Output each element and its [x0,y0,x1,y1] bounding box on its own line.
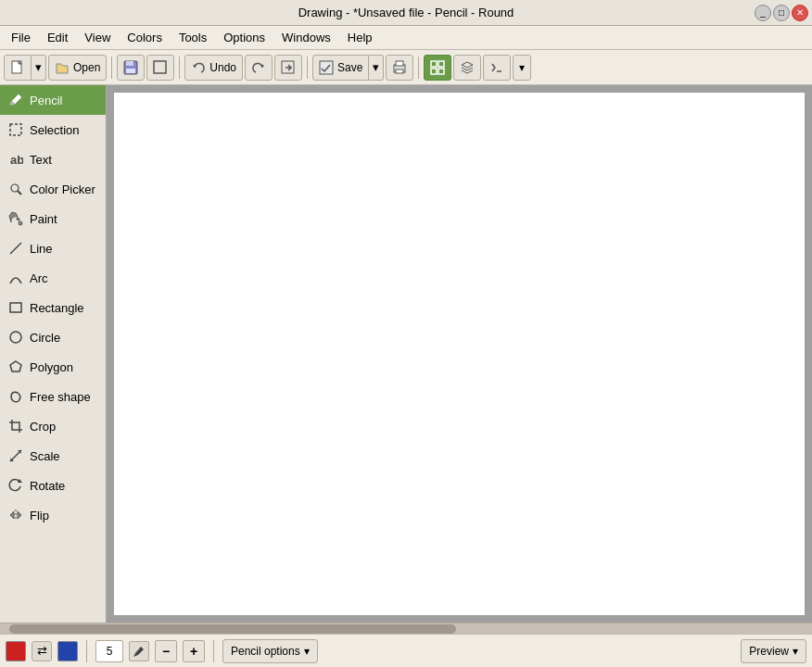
minimize-button[interactable]: _ [755,5,771,21]
svg-marker-6 [260,65,264,68]
redo-icon [251,60,266,75]
sidebar-item-rectangle[interactable]: Rectangle [0,293,106,322]
layers-button[interactable] [453,55,481,81]
new-dropdown[interactable]: ▾ [32,55,46,81]
grid-button[interactable] [424,55,451,81]
sidebar-item-scale[interactable]: Scale [0,441,106,471]
svg-point-20 [19,221,22,225]
save-button[interactable]: Save [312,55,369,81]
sidebar-item-circle[interactable]: Circle [0,322,106,352]
pen-type-icon[interactable] [129,641,149,661]
menu-colors[interactable]: Colors [120,29,170,46]
swap-colors-button[interactable]: ⇄ [32,641,52,661]
menu-help[interactable]: Help [340,29,380,46]
status-separator-1 [86,640,87,662]
new-button[interactable] [4,55,32,81]
sidebar: Pencil Selection ab Text [0,85,107,623]
svg-marker-24 [10,361,21,371]
window-controls: _ □ ✕ [755,5,808,21]
canvas-container[interactable] [107,85,812,623]
flip-icon [7,507,24,523]
status-bar: ⇄ − + Pencil options ▾ Preview ▾ [0,634,812,667]
title-bar: Drawing - *Unsaved file - Pencil - Round… [0,0,812,26]
secondary-color-swatch[interactable] [57,641,78,661]
sidebar-item-flip[interactable]: Flip [0,500,106,530]
sidebar-item-rotate[interactable]: Rotate [0,471,106,500]
svg-rect-2 [126,61,133,66]
svg-rect-8 [320,61,333,74]
script-icon [489,60,504,75]
svg-point-18 [11,184,19,192]
sidebar-item-color-picker[interactable]: Color Picker [0,174,106,204]
maximize-button[interactable]: □ [773,5,790,21]
svg-line-19 [18,191,21,195]
preview-dropdown-icon: ▾ [793,645,798,658]
horizontal-scrollbar[interactable] [0,623,812,634]
primary-color-swatch[interactable] [6,641,26,661]
close-button[interactable]: ✕ [792,5,808,21]
polygon-icon [7,359,24,375]
rotate-icon [7,477,24,494]
undo-label: Undo [209,61,236,74]
save-disk-button[interactable] [117,55,145,81]
save-dropdown[interactable]: ▾ [369,55,384,81]
crop-toolbar-button[interactable] [146,55,174,81]
sidebar-label-rotate: Rotate [30,479,65,493]
svg-rect-13 [438,61,444,67]
pencil-options-button[interactable]: Pencil options ▾ [222,639,318,663]
redo-button[interactable] [245,55,273,81]
preview-button[interactable]: Preview ▾ [741,639,806,663]
decrease-size-button[interactable]: − [155,640,177,662]
menu-tools[interactable]: Tools [171,29,214,46]
sidebar-label-crop: Crop [30,420,56,434]
menu-edit[interactable]: Edit [40,29,75,46]
rectangle-icon [7,299,24,316]
free-shape-icon [7,388,24,405]
print-icon [392,60,407,75]
sidebar-item-arc[interactable]: Arc [0,263,106,293]
menu-windows[interactable]: Windows [274,29,338,46]
arc-icon [7,270,24,286]
scrollbar-thumb[interactable] [9,624,456,634]
open-label: Open [73,61,100,74]
svg-point-23 [10,332,21,343]
script-button[interactable] [483,55,511,81]
menu-bar: File Edit View Colors Tools Options Wind… [0,26,812,50]
status-separator-2 [213,640,214,662]
line-icon [7,240,24,257]
svg-rect-14 [431,69,437,74]
undo-icon [191,60,206,75]
menu-view[interactable]: View [77,29,118,46]
undo-button[interactable]: Undo [184,55,243,81]
sidebar-item-selection[interactable]: Selection [0,115,106,145]
new-icon [10,60,25,75]
menu-options[interactable]: Options [216,29,273,46]
save-icon [319,60,334,75]
paint-icon [7,210,24,227]
svg-rect-15 [438,69,444,74]
canvas[interactable] [114,93,805,615]
open-button[interactable]: Open [48,55,107,81]
circle-icon [7,329,24,346]
pencil-icon [7,92,24,108]
sidebar-item-paint[interactable]: Paint [0,204,106,233]
sidebar-item-text[interactable]: ab Text [0,145,106,174]
brush-size-input[interactable] [95,640,123,662]
window-title: Drawing - *Unsaved file - Pencil - Round [298,6,514,19]
increase-size-button[interactable]: + [183,640,205,662]
layers-icon [460,60,475,75]
save-disk-icon [123,60,138,75]
sidebar-item-polygon[interactable]: Polygon [0,352,106,382]
more-button[interactable]: ▾ [513,55,531,81]
svg-rect-22 [10,303,21,312]
print-button[interactable] [386,55,413,81]
sidebar-item-pencil[interactable]: Pencil [0,85,106,115]
sidebar-item-free-shape[interactable]: Free shape [0,382,106,411]
svg-line-21 [10,243,21,254]
svg-marker-5 [193,65,197,68]
sidebar-item-line[interactable]: Line [0,233,106,263]
sidebar-item-crop[interactable]: Crop [0,411,106,441]
color-picker-icon [7,181,24,197]
menu-file[interactable]: File [4,29,38,46]
export-button[interactable] [274,55,302,81]
